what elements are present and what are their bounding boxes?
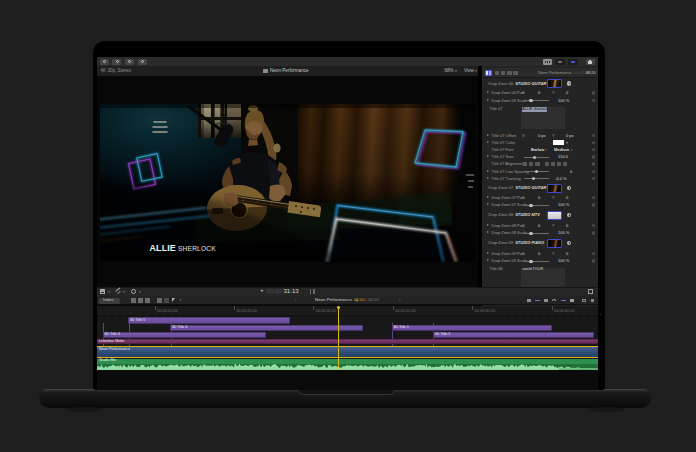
svg-text:SHERLOCK: SHERLOCK [178, 245, 216, 252]
svg-text:ALLIE: ALLIE [149, 243, 175, 253]
